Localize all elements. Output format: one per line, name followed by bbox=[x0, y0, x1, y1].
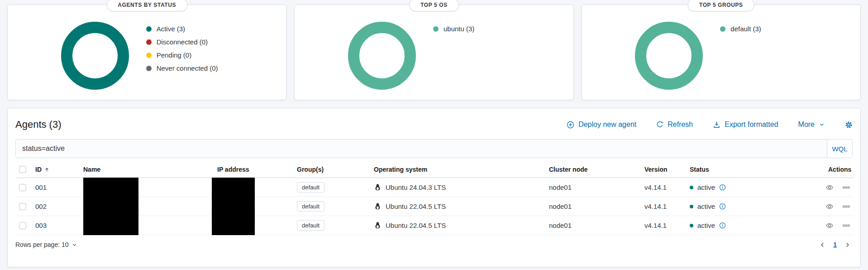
agent-status: active bbox=[697, 222, 715, 229]
next-page-button[interactable] bbox=[844, 241, 851, 248]
gear-icon bbox=[845, 121, 853, 129]
legend-dot-icon bbox=[433, 26, 439, 32]
status-dot-icon bbox=[690, 186, 693, 189]
column-header-id[interactable]: ID bbox=[35, 166, 42, 173]
agent-version: v4.14.1 bbox=[644, 202, 667, 210]
agent-os: Ubuntu 24.04.3 LTS bbox=[386, 183, 446, 191]
wql-button[interactable]: WQL bbox=[827, 140, 852, 158]
view-agent-details-button[interactable] bbox=[825, 183, 834, 192]
rows-per-page-label: Rows per page: 10 bbox=[15, 241, 69, 248]
refresh-icon bbox=[656, 121, 663, 128]
table-settings-button[interactable] bbox=[845, 121, 853, 129]
column-header-groups[interactable]: Group(s) bbox=[297, 166, 324, 173]
chart-body: Active (3) Disconnected (0) Pending (0) … bbox=[8, 5, 286, 90]
eye-icon bbox=[825, 183, 834, 192]
row-checkbox[interactable] bbox=[19, 222, 26, 229]
legend-label: Never connected (0) bbox=[157, 64, 218, 72]
column-header-name[interactable]: Name bbox=[83, 166, 100, 173]
agent-id: 002 bbox=[35, 202, 47, 210]
column-header-actions: Actions bbox=[828, 166, 851, 173]
legend-item-ubuntu[interactable]: ubuntu (3) bbox=[433, 22, 520, 35]
legend-dot-icon bbox=[146, 39, 152, 45]
group-badge[interactable]: default bbox=[297, 201, 324, 212]
column-header-status[interactable]: Status bbox=[690, 166, 709, 173]
chart-body: ubuntu (3) bbox=[295, 5, 573, 90]
deploy-new-agent-label: Deploy new agent bbox=[578, 121, 636, 129]
chart-legend: ubuntu (3) bbox=[433, 22, 520, 90]
chevron-left-icon bbox=[819, 241, 826, 248]
legend-dot-icon bbox=[146, 53, 152, 58]
status-dot-icon bbox=[690, 205, 693, 208]
legend-item-default[interactable]: default (3) bbox=[720, 22, 807, 35]
chart-legend: default (3) bbox=[720, 22, 807, 90]
eye-icon bbox=[825, 202, 834, 211]
page-number-1[interactable]: 1 bbox=[833, 241, 837, 248]
legend-label: default (3) bbox=[730, 25, 761, 33]
eye-icon bbox=[825, 222, 834, 230]
agent-os: Ubuntu 22.04.5 LTS bbox=[386, 222, 446, 229]
agent-cluster-node: node01 bbox=[549, 183, 572, 191]
select-all-checkbox[interactable] bbox=[19, 166, 26, 173]
legend-item-disconnected[interactable]: Disconnected (0) bbox=[146, 35, 233, 48]
pagination: 1 bbox=[819, 241, 853, 248]
status-info-icon[interactable] bbox=[719, 203, 726, 210]
view-agent-details-button[interactable] bbox=[825, 202, 834, 211]
column-header-os[interactable]: Operating system bbox=[374, 166, 427, 173]
legend-item-never-connected[interactable]: Never connected (0) bbox=[146, 62, 233, 75]
page-title: Agents (3) bbox=[15, 119, 62, 130]
redacted-agent-ip bbox=[212, 178, 255, 197]
agent-status: active bbox=[697, 202, 715, 210]
agent-status: active bbox=[697, 183, 715, 191]
row-checkbox[interactable] bbox=[19, 203, 26, 210]
column-header-cluster[interactable]: Cluster node bbox=[549, 166, 588, 173]
sort-ascending-icon bbox=[44, 167, 50, 173]
redacted-agent-ip bbox=[212, 216, 255, 235]
legend-label: Disconnected (0) bbox=[157, 38, 208, 46]
linux-penguin-icon bbox=[374, 222, 382, 229]
chevron-down-icon bbox=[819, 121, 825, 128]
row-more-actions-button[interactable] bbox=[843, 184, 850, 191]
row-checkbox[interactable] bbox=[19, 184, 26, 191]
refresh-label: Refresh bbox=[668, 121, 693, 129]
legend-label: ubuntu (3) bbox=[444, 25, 474, 33]
more-button[interactable]: More bbox=[798, 121, 825, 129]
search-input[interactable] bbox=[16, 140, 827, 158]
previous-page-button[interactable] bbox=[819, 241, 826, 248]
agent-version: v4.14.1 bbox=[644, 222, 667, 229]
linux-penguin-icon bbox=[374, 183, 382, 191]
legend-label: Active (3) bbox=[157, 25, 185, 33]
donut-chart-top-5-groups bbox=[635, 22, 703, 90]
export-formatted-button[interactable]: Export formatted bbox=[713, 121, 778, 129]
legend-item-pending[interactable]: Pending (0) bbox=[146, 48, 233, 62]
linux-penguin-icon bbox=[374, 202, 382, 210]
boxes-horizontal-icon bbox=[843, 203, 850, 210]
legend-item-active[interactable]: Active (3) bbox=[146, 22, 233, 35]
panel-agents-by-status: AGENTS BY STATUS Active (3) Disconnected… bbox=[7, 5, 286, 100]
toolbar: Deploy new agent Refresh Export formatte… bbox=[567, 121, 853, 129]
table-row-agent-001: 001 default Ubuntu 24.04.3 LTS node01 v bbox=[15, 178, 854, 197]
group-badge[interactable]: default bbox=[297, 182, 324, 193]
agent-version: v4.14.1 bbox=[644, 183, 667, 191]
status-info-icon[interactable] bbox=[719, 222, 726, 229]
export-download-icon bbox=[713, 121, 720, 129]
row-more-actions-button[interactable] bbox=[843, 222, 850, 229]
group-badge[interactable]: default bbox=[297, 220, 324, 231]
panel-title-badge: AGENTS BY STATUS bbox=[106, 0, 187, 11]
chevron-down-icon bbox=[72, 242, 77, 248]
refresh-button[interactable]: Refresh bbox=[656, 121, 693, 129]
column-header-ip[interactable]: IP address bbox=[217, 166, 249, 173]
redacted-agent-name bbox=[83, 178, 138, 197]
boxes-horizontal-icon bbox=[843, 184, 850, 191]
status-info-icon[interactable] bbox=[719, 184, 726, 191]
deploy-new-agent-button[interactable]: Deploy new agent bbox=[567, 121, 636, 129]
agents-header: Agents (3) Deploy new agent Refresh bbox=[15, 115, 853, 135]
legend-dot-icon bbox=[146, 66, 152, 71]
plus-circle-icon bbox=[567, 121, 574, 129]
page: AGENTS BY STATUS Active (3) Disconnected… bbox=[0, 0, 868, 267]
agent-cluster-node: node01 bbox=[549, 222, 572, 229]
rows-per-page-selector[interactable]: Rows per page: 10 bbox=[15, 241, 77, 248]
row-more-actions-button[interactable] bbox=[843, 203, 850, 210]
legend-dot-icon bbox=[720, 26, 725, 32]
view-agent-details-button[interactable] bbox=[825, 222, 834, 230]
column-header-version[interactable]: Version bbox=[644, 166, 668, 173]
